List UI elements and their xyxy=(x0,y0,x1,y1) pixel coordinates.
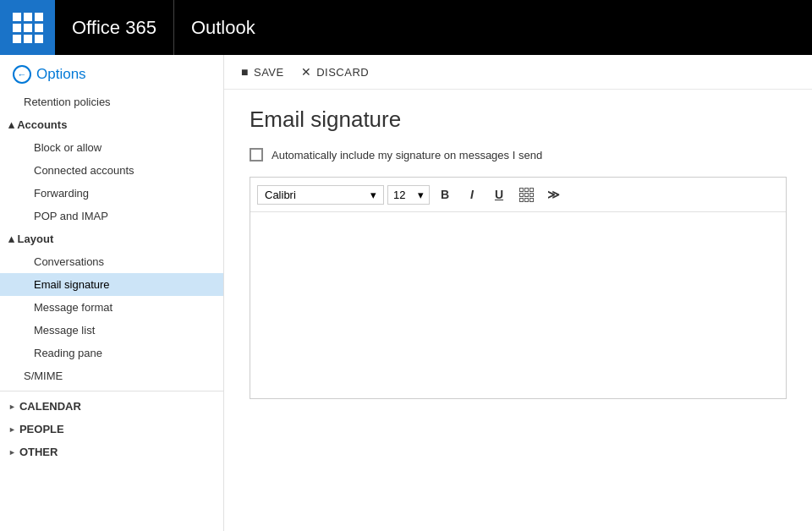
auto-include-row: Automatically include my signature on me… xyxy=(250,148,787,161)
sidebar-item-retention-policies[interactable]: Retention policies xyxy=(0,90,223,113)
sidebar-item-smime[interactable]: S/MIME xyxy=(0,364,223,387)
sidebar-item-layout-header[interactable]: ▴ Layout xyxy=(0,227,223,250)
topbar: Office 365 Outlook xyxy=(0,0,812,55)
signature-text-area[interactable] xyxy=(250,212,786,398)
waffle-icon xyxy=(13,13,43,43)
main-layout: ← Options Retention policies ▴ Accounts … xyxy=(0,55,812,531)
sidebar-item-email-signature[interactable]: Email signature xyxy=(0,273,223,296)
underline-button[interactable]: U xyxy=(487,183,511,206)
font-family-select[interactable]: Calibri ▾ xyxy=(257,185,384,205)
font-size-select[interactable]: 12 ▾ xyxy=(387,185,430,205)
sidebar-item-forwarding[interactable]: Forwarding xyxy=(0,182,223,205)
signature-editor: Calibri ▾ 12 ▾ B I U xyxy=(250,177,787,399)
signature-content: Email signature Automatically include my… xyxy=(224,90,812,531)
options-label: Options xyxy=(36,66,86,83)
sidebar-scroll[interactable]: Retention policies ▴ Accounts Block or a… xyxy=(0,90,223,531)
toolbar: ■ SAVE ✕ DISCARD xyxy=(224,55,812,90)
table-button[interactable] xyxy=(514,183,538,206)
sidebar-item-calendar[interactable]: ► CALENDAR xyxy=(0,395,223,418)
waffle-button[interactable] xyxy=(0,0,55,55)
more-options-button[interactable]: ≫ xyxy=(541,183,565,206)
sidebar-item-block-or-allow[interactable]: Block or allow xyxy=(0,136,223,159)
app-title: Office 365 Outlook xyxy=(55,0,272,55)
save-icon: ■ xyxy=(241,65,249,79)
auto-include-checkbox[interactable] xyxy=(250,148,263,161)
office-label: Office 365 xyxy=(55,0,174,55)
auto-include-label: Automatically include my signature on me… xyxy=(272,149,542,161)
sidebar: ← Options Retention policies ▴ Accounts … xyxy=(0,55,224,531)
other-expand-icon: ► xyxy=(8,448,16,457)
sidebar-item-message-format[interactable]: Message format xyxy=(0,296,223,319)
sidebar-item-other[interactable]: ► OTHER xyxy=(0,441,223,463)
bold-button[interactable]: B xyxy=(433,183,457,206)
size-dropdown-icon: ▾ xyxy=(418,189,424,201)
calendar-expand-icon: ► xyxy=(8,402,16,411)
discard-button[interactable]: ✕ DISCARD xyxy=(301,65,370,79)
table-icon xyxy=(519,188,534,202)
options-link[interactable]: ← Options xyxy=(0,55,223,90)
sidebar-item-message-list[interactable]: Message list xyxy=(0,319,223,342)
sidebar-item-people[interactable]: ► PEOPLE xyxy=(0,418,223,441)
divider-1 xyxy=(0,391,223,391)
sidebar-item-pop-imap[interactable]: POP and IMAP xyxy=(0,205,223,227)
font-dropdown-icon: ▾ xyxy=(370,189,376,201)
editor-toolbar: Calibri ▾ 12 ▾ B I U xyxy=(250,178,786,212)
content-area: ■ SAVE ✕ DISCARD Email signature Automat… xyxy=(224,55,812,531)
sidebar-item-connected-accounts[interactable]: Connected accounts xyxy=(0,159,223,182)
back-icon: ← xyxy=(13,65,31,84)
people-expand-icon: ► xyxy=(8,425,16,434)
sidebar-item-conversations[interactable]: Conversations xyxy=(0,250,223,273)
save-button[interactable]: ■ SAVE xyxy=(241,65,284,79)
discard-icon: ✕ xyxy=(301,65,312,79)
italic-button[interactable]: I xyxy=(460,183,484,206)
sidebar-item-accounts-header[interactable]: ▴ Accounts xyxy=(0,113,223,136)
sidebar-item-reading-pane[interactable]: Reading pane xyxy=(0,342,223,364)
outlook-label: Outlook xyxy=(174,17,272,39)
page-title: Email signature xyxy=(250,107,787,133)
